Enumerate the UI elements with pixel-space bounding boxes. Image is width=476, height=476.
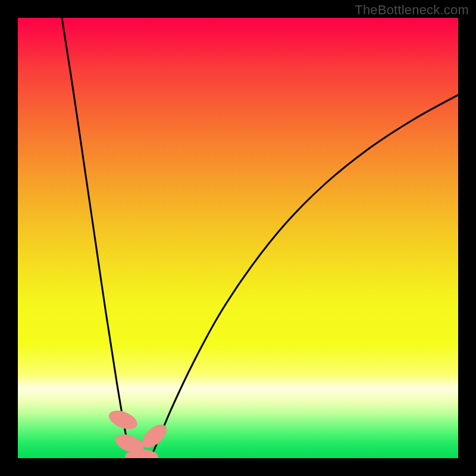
curve-right-branch xyxy=(150,95,458,459)
chart-frame: TheBottleneck.com xyxy=(0,0,476,476)
left-marker-top xyxy=(107,407,140,433)
curve-left-branch xyxy=(62,18,133,458)
watermark-text: TheBottleneck.com xyxy=(355,2,469,18)
plot-area xyxy=(18,18,458,458)
curve-layer xyxy=(18,18,458,458)
